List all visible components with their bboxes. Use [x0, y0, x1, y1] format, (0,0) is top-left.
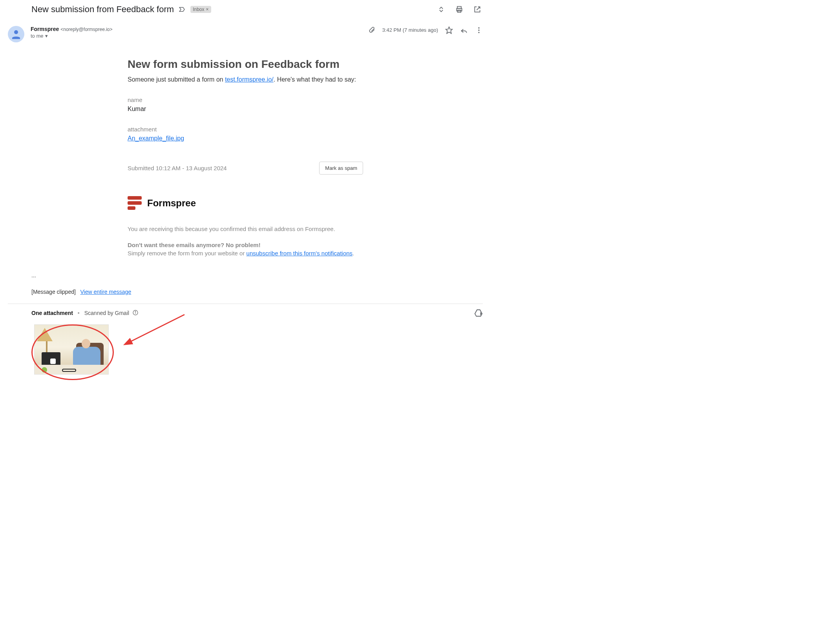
trimmed-content-ellipsis[interactable]: ... — [31, 272, 483, 278]
svg-point-6 — [478, 29, 479, 31]
svg-point-10 — [135, 311, 135, 311]
form-host-link[interactable]: test.formspree.io/ — [225, 76, 274, 83]
email-timestamp: 3:42 PM (7 minutes ago) — [382, 27, 438, 33]
chevron-down-icon: ▾ — [45, 33, 48, 39]
reply-button[interactable] — [460, 26, 468, 34]
unsub-suffix: . — [352, 250, 354, 257]
body-title: New form submission on Feedback form — [128, 58, 363, 71]
scanned-by-label: Scanned by Gmail — [84, 310, 129, 316]
view-entire-message-link[interactable]: View entire message — [80, 289, 131, 295]
info-icon[interactable] — [132, 309, 139, 317]
message-clipped-label: [Message clipped] — [31, 289, 76, 295]
submitted-timestamp: Submitted 10:12 AM - 13 August 2024 — [128, 165, 227, 171]
field-value-name: Kumar — [128, 106, 363, 113]
email-subject: New submission from Feedback form — [31, 4, 174, 15]
field-label-attachment: attachment — [128, 126, 363, 133]
dot-separator — [76, 310, 81, 316]
star-button[interactable] — [445, 26, 453, 34]
annotation-arrow-icon — [122, 313, 188, 348]
attachment-indicator-icon — [368, 26, 375, 34]
svg-point-7 — [478, 32, 479, 33]
svg-point-5 — [478, 27, 479, 28]
field-label-name: name — [128, 96, 363, 103]
unsub-prefix: Simply remove the form from your website… — [128, 250, 247, 257]
inbox-label-remove-icon[interactable]: × — [206, 7, 208, 12]
lede-suffix: . Here's what they had to say: — [274, 76, 356, 83]
formspree-logo-icon — [128, 196, 142, 210]
brand-name: Formspree — [147, 198, 196, 209]
divider — [8, 304, 483, 304]
svg-marker-4 — [446, 27, 453, 33]
print-button[interactable] — [454, 4, 465, 15]
attachments-count-label: One attachment — [31, 310, 73, 316]
receiving-note: You are receiving this because you confi… — [128, 226, 363, 232]
attachment-thumbnail[interactable] — [34, 324, 109, 375]
important-marker-icon[interactable] — [179, 6, 186, 13]
open-new-window-button[interactable] — [472, 4, 483, 15]
no-more-heading: Don't want these emails anymore? No prob… — [128, 242, 363, 248]
collapse-all-button[interactable] — [436, 4, 447, 15]
unsubscribe-link[interactable]: unsubscribe from this form's notificatio… — [247, 250, 352, 257]
lede-prefix: Someone just submitted a form on — [128, 76, 225, 83]
mark-as-spam-button[interactable]: Mark as spam — [319, 162, 363, 175]
inbox-label-text: Inbox — [193, 7, 204, 12]
svg-point-3 — [14, 30, 18, 34]
sender-email: <noreply@formspree.io> — [60, 27, 112, 32]
more-actions-button[interactable] — [475, 26, 483, 34]
add-to-drive-button[interactable] — [474, 309, 483, 317]
sender-name: Formspree — [31, 26, 59, 32]
recipients-dropdown[interactable]: to me ▾ — [31, 33, 113, 39]
attachment-link[interactable]: An_example_file.jpg — [128, 135, 184, 142]
to-line-text: to me — [31, 33, 44, 39]
inbox-label-chip[interactable]: Inbox × — [190, 6, 211, 13]
avatar[interactable] — [8, 26, 24, 42]
svg-line-14 — [130, 315, 184, 342]
